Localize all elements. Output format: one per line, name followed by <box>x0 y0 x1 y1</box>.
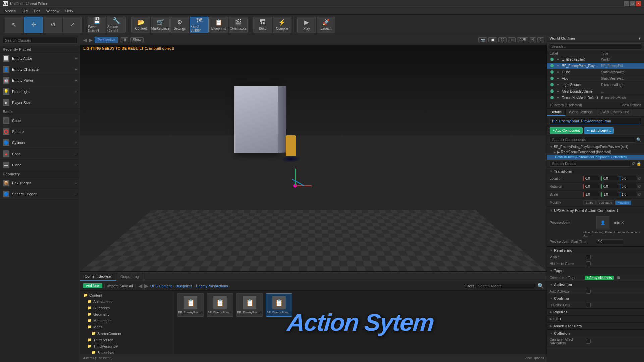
outliner-item-6[interactable]: ● RecastNavMesh-Default RecastNavMesh <box>547 95 644 101</box>
rotation-y-input[interactable] <box>601 184 619 189</box>
can-affect-nav-checkbox[interactable] <box>586 339 591 344</box>
place-point-light[interactable]: 💡 Point Light + <box>0 86 80 97</box>
outliner-item-2[interactable]: ● Cube StaticMeshActor <box>547 69 644 75</box>
vis-toggle-3[interactable] <box>550 76 554 81</box>
sphere-trigger-add[interactable]: + <box>75 191 77 197</box>
maximize-button[interactable]: □ <box>630 1 635 6</box>
tab-world-settings[interactable]: World Settings <box>566 109 596 116</box>
location-z-input[interactable] <box>620 176 637 181</box>
add-elements-button[interactable]: + Array elements <box>585 276 614 280</box>
tab-content-browser[interactable]: Content Browser <box>80 272 116 281</box>
file-menu[interactable]: File <box>19 8 31 14</box>
category-geometry[interactable]: Geometry <box>0 171 80 178</box>
vis-toggle-5[interactable] <box>550 89 554 94</box>
compile-button[interactable]: ⚡ Compile <box>273 17 291 33</box>
play-button[interactable]: ▶ Play <box>297 17 316 33</box>
plane-add[interactable]: + <box>75 162 77 168</box>
rendering-header[interactable]: ▼ Rendering <box>547 247 644 254</box>
anim-nav-fwd[interactable]: ▶ <box>617 220 620 225</box>
path-enemy-point-actions[interactable]: EnemyPointActions <box>196 284 228 288</box>
place-plane[interactable]: ▬ Plane + <box>0 160 80 171</box>
transform-header[interactable]: ▼ Transform <box>547 168 644 175</box>
blueprints-button[interactable]: 📋 Blueprints <box>209 17 228 33</box>
visible-checkbox[interactable] <box>586 255 591 259</box>
folder-item-9[interactable]: 📁 Blueprints <box>80 349 174 354</box>
viewport-nav-back[interactable]: ◀ <box>83 37 87 43</box>
vp-ctrl-5[interactable]: 4 <box>530 37 536 42</box>
add-new-button[interactable]: Add New <box>83 283 102 288</box>
vp-ctrl-3[interactable]: 10 <box>498 37 507 42</box>
point-light-add[interactable]: + <box>75 89 77 94</box>
launch-button[interactable]: 🚀 Launch <box>317 17 335 33</box>
asset-item-0[interactable]: 📋BP_EnemyPoint_A... <box>266 293 292 317</box>
mobility-static[interactable]: Static <box>583 200 596 205</box>
folder-item-8[interactable]: 📁 ThirdPersonBP <box>80 343 174 349</box>
perspective-button[interactable]: Perspective <box>95 37 118 43</box>
cone-add[interactable]: + <box>75 151 77 157</box>
place-empty-pawn[interactable]: 🤖 Empty Pawn + <box>0 75 80 86</box>
cylinder-add[interactable]: + <box>75 140 77 145</box>
tab-output-log[interactable]: Output Log <box>116 272 143 281</box>
tab-uwbp-patrol[interactable]: UWBP_PatrolCrie <box>596 109 633 116</box>
place-empty-character[interactable]: 👤 Empty Character + <box>0 64 80 75</box>
vp-ctrl-2[interactable]: 🔲 <box>488 37 497 42</box>
view-options-outliner[interactable]: View Options <box>622 103 641 107</box>
filters-button[interactable]: Filters <box>464 284 474 288</box>
navigate-fwd[interactable]: ▶ <box>144 283 148 289</box>
outliner-item-3[interactable]: ● Floor StaticMeshActor <box>547 75 644 82</box>
close-button[interactable]: ✕ <box>636 1 641 6</box>
collision-header[interactable]: ▼ Collision <box>547 330 644 337</box>
scale-y-input[interactable] <box>601 192 619 197</box>
search-components-input[interactable] <box>550 137 635 143</box>
folder-item-7[interactable]: 📁 ThirdPerson <box>80 337 174 343</box>
rotation-z-input[interactable] <box>620 184 637 189</box>
folder-item-4[interactable]: 📁 Mannequin <box>80 317 174 324</box>
location-x-input[interactable] <box>583 176 601 181</box>
delete-tag-icon[interactable]: 🗑 <box>616 275 621 280</box>
path-blueprints[interactable]: Blueprints <box>176 284 192 288</box>
empty-pawn-add[interactable]: + <box>75 78 77 83</box>
mobility-stationary[interactable]: Stationary <box>596 200 615 205</box>
folder-item-0[interactable]: 📁 Content <box>80 292 174 298</box>
vp-speed[interactable]: 0.25 <box>517 37 528 42</box>
cooking-header[interactable]: ▼ Cooking <box>547 295 644 302</box>
folder-item-1[interactable]: 📁 Animations <box>80 298 174 305</box>
lock-details-icon[interactable]: 🔒 <box>636 161 641 166</box>
rotation-x-input[interactable] <box>583 184 601 189</box>
location-y-input[interactable] <box>601 176 619 181</box>
add-component-button[interactable]: + Add Component <box>550 127 583 134</box>
category-recently-placed[interactable]: Recently Placed <box>0 46 80 53</box>
mobility-movable[interactable]: Movable <box>615 200 631 205</box>
place-cone[interactable]: 🔺 Cone + <box>0 148 80 160</box>
outliner-settings-icon[interactable]: ▼ <box>638 36 641 40</box>
component-default[interactable]: DefaultEnemyPointActionComponent (Inheri… <box>547 155 644 160</box>
edit-menu[interactable]: Edit <box>31 8 43 14</box>
asset-user-data-header[interactable]: ▶ Asset User Data <box>547 323 644 329</box>
outliner-search-input[interactable] <box>549 43 642 49</box>
component-self[interactable]: ▼ BP_EnemyPoint_PlayMontageFromPreview (… <box>547 144 644 149</box>
anim-nav-back[interactable]: ◀ <box>613 220 616 225</box>
rotation-reset[interactable]: ↺ <box>638 184 641 189</box>
vis-toggle-1[interactable] <box>550 63 554 68</box>
sphere-add[interactable]: + <box>75 129 77 134</box>
minimize-button[interactable]: ─ <box>624 1 629 6</box>
save-current-button[interactable]: 💾 Save Current <box>88 17 106 33</box>
navigate-back[interactable]: ◀ <box>138 283 142 289</box>
vp-ctrl-1[interactable]: 📷 <box>478 37 487 42</box>
tags-header[interactable]: ▼ Tags <box>547 267 644 274</box>
activation-header[interactable]: ▼ Activation <box>547 281 644 288</box>
search-classes-input[interactable] <box>3 37 77 44</box>
place-box-trigger[interactable]: 📦 Box Trigger + <box>0 178 80 189</box>
rotate-tool[interactable]: ↺ <box>44 17 62 33</box>
tab-details[interactable]: Details <box>547 109 566 116</box>
location-reset[interactable]: ↺ <box>638 176 641 181</box>
asset-item-1[interactable]: 📋BP_EnemyPoint_Lo... <box>236 293 263 317</box>
lod-header[interactable]: ▶ LOD <box>547 316 644 322</box>
folder-item-5[interactable]: 📁 Maps <box>80 324 174 330</box>
select-tool[interactable]: ↖ <box>5 17 23 33</box>
vis-toggle-0[interactable] <box>550 57 554 62</box>
save-all-button[interactable]: Save All <box>120 284 133 288</box>
vp-ctrl-6[interactable]: 1 <box>537 37 544 42</box>
ups-header[interactable]: ▼ UPSEnemy Point Action Component <box>547 207 644 214</box>
edit-blueprint-button[interactable]: ✏ Edit Blueprint <box>584 127 613 134</box>
